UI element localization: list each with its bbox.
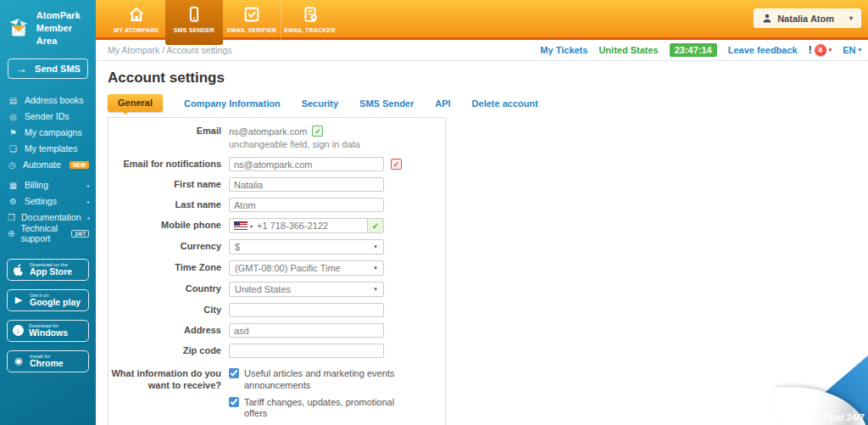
- gear-icon: ⚙: [8, 197, 19, 206]
- currency-select[interactable]: $ ▼: [229, 239, 384, 254]
- tab-company-information[interactable]: Company Information: [184, 98, 281, 109]
- select-arrow-icon: ▼: [373, 287, 378, 292]
- sidebar-item-my-campaigns[interactable]: ⚑ My campaigns: [0, 125, 96, 141]
- sidebar-item-label: Documentation: [21, 212, 81, 222]
- chrome-icon: ◉: [13, 355, 25, 366]
- email-note: unchangeable field, sign in data: [229, 139, 360, 149]
- user-menu-button[interactable]: Natalia Atom ▾: [754, 8, 861, 28]
- chrome-badge[interactable]: ◉ Install for Chrome: [7, 350, 89, 372]
- chat-corner[interactable]: Chat 24/7: [787, 355, 868, 425]
- product-header: MY ATOMPARK SMS SENDER EMAIL VERIFIER: [96, 0, 868, 40]
- first-name-input[interactable]: [229, 177, 384, 192]
- tab-email-tracker[interactable]: EMAIL TRACKER: [281, 0, 338, 42]
- arrow-right-icon: →: [15, 63, 27, 75]
- tab-security[interactable]: Security: [302, 98, 338, 109]
- field-label: Mobile phone: [108, 220, 229, 232]
- tariff-changes-checkbox[interactable]: [229, 397, 239, 407]
- verified-check-icon: ✓: [312, 126, 323, 137]
- email-value: ns@atompark.com: [229, 126, 307, 137]
- timezone-row: Time Zone (GMT-08:00) Pacific Time ▼: [108, 260, 445, 276]
- main-area: MY ATOMPARK SMS SENDER EMAIL VERIFIER: [96, 0, 868, 425]
- tab-general[interactable]: General: [108, 94, 163, 112]
- timezone-value: (GMT-08:00) Pacific Time: [235, 263, 341, 273]
- utility-links: My Tickets United States 23:47:14 Leave …: [540, 43, 861, 57]
- country-row: Country United States ▼: [108, 282, 445, 297]
- breadcrumb-separator: /: [162, 45, 164, 55]
- exclamation-icon: !: [809, 44, 812, 56]
- leave-feedback-link[interactable]: Leave feedback: [728, 45, 798, 55]
- currency-row: Currency $ ▼: [108, 239, 445, 254]
- sidebar-item-label: Technical support: [20, 223, 63, 243]
- windows-badge[interactable]: ↓ Download for Windows: [7, 320, 89, 342]
- chevron-down-icon: ▾: [849, 14, 853, 22]
- field-label: Email for notifications: [108, 159, 229, 171]
- field-label: Country: [108, 283, 229, 295]
- notifications-email-input[interactable]: [229, 157, 384, 171]
- receive-info-label: What information do you want to receive?: [108, 368, 229, 392]
- email-row: Email ns@atompark.com ✓ unchangeable fie…: [108, 126, 445, 149]
- breadcrumb-my-atompark[interactable]: My Atompark: [108, 45, 159, 55]
- address-input[interactable]: [229, 323, 384, 338]
- windows-download-icon: ↓: [13, 325, 24, 336]
- useful-articles-checkbox[interactable]: [229, 368, 239, 378]
- country-select[interactable]: United States ▼: [229, 282, 384, 297]
- breadcrumb-account-settings: Account settings: [166, 45, 231, 55]
- zip-code-input[interactable]: [229, 344, 384, 358]
- tab-delete-account[interactable]: Delete account: [472, 98, 538, 109]
- field-label: Currency: [108, 241, 229, 253]
- atompark-bird-logo-icon: [7, 17, 31, 39]
- timezone-select[interactable]: (GMT-08:00) Pacific Time ▼: [229, 260, 384, 276]
- sidebar-item-technical-support[interactable]: ⊕ Technical support 24/7: [0, 226, 96, 242]
- badge-store-name: App Store: [30, 267, 72, 277]
- sidebar-item-label: Automate: [23, 159, 61, 170]
- tab-email-verifier[interactable]: EMAIL VERIFIER: [223, 0, 281, 42]
- field-label: First name: [108, 179, 229, 191]
- city-row: City: [108, 303, 445, 317]
- country-link[interactable]: United States: [598, 45, 658, 55]
- notifications-button[interactable]: ! 4 ▾: [809, 44, 832, 56]
- app-store-badge[interactable]: Download on the App Store: [7, 259, 89, 281]
- us-flag-icon: [234, 221, 248, 230]
- tab-my-atompark[interactable]: MY ATOMPARK: [108, 0, 165, 42]
- language-selector[interactable]: EN ▾: [843, 45, 861, 55]
- sidebar-item-billing[interactable]: ▦ Billing ◂: [0, 177, 96, 193]
- select-arrow-icon: ▼: [373, 244, 378, 249]
- last-name-input[interactable]: [229, 198, 384, 212]
- chevron-down-icon: ▾: [858, 47, 861, 53]
- sidebar-item-settings[interactable]: ⚙ Settings ◂: [0, 193, 96, 210]
- sidebar-item-label: Billing: [25, 180, 48, 190]
- sidebar-item-label: Settings: [25, 196, 57, 206]
- tab-sms-sender-settings[interactable]: SMS Sender: [359, 98, 414, 109]
- sidebar-item-sender-ids[interactable]: ◎ Sender IDs: [0, 109, 96, 125]
- option-tariff-changes[interactable]: Tariff changes, updates, promotional off…: [229, 397, 411, 421]
- mobile-phone-input[interactable]: ▾ +1 718-366-2122 ✓: [229, 218, 384, 233]
- chevron-down-icon: ▾: [250, 223, 253, 229]
- tab-sms-sender[interactable]: SMS SENDER: [165, 0, 223, 45]
- sidebar-item-automate[interactable]: ◷ Automate NEW: [0, 157, 96, 173]
- chat-label: Chat 24/7: [823, 412, 865, 422]
- option-label: Tariff changes, updates, promotional off…: [244, 397, 411, 421]
- tab-api[interactable]: API: [435, 98, 450, 109]
- field-label: Time Zone: [108, 262, 229, 274]
- play-icon: ▶: [13, 294, 25, 305]
- field-label: Address: [108, 325, 229, 337]
- page-title: Account settings: [108, 70, 868, 87]
- option-useful-articles[interactable]: Useful articles and marketing events ann…: [229, 368, 411, 392]
- send-sms-label: Send SMS: [35, 64, 81, 74]
- google-play-badge[interactable]: ▶ Get it on Google play: [7, 289, 89, 311]
- address-row: Address: [108, 323, 445, 338]
- chevron-down-icon: ▾: [829, 47, 832, 53]
- send-sms-button[interactable]: → Send SMS: [8, 59, 88, 79]
- phone-verified-button[interactable]: ✓: [367, 219, 383, 232]
- sidebar-item-my-templates[interactable]: ❏ My templates: [0, 141, 96, 157]
- my-tickets-link[interactable]: My Tickets: [540, 45, 587, 55]
- brand-line2: Member Area: [36, 22, 91, 48]
- email-label: Email: [108, 126, 229, 137]
- city-input[interactable]: [229, 303, 384, 317]
- user-name: Natalia Atom: [777, 14, 834, 24]
- sidebar-item-address-books[interactable]: ▤ Address books: [0, 92, 96, 109]
- sidebar-item-label: My campaigns: [25, 127, 82, 137]
- support-icon: ⊕: [8, 229, 14, 238]
- general-settings-form: Email ns@atompark.com ✓ unchangeable fie…: [108, 117, 446, 425]
- expand-caret-icon: ◂: [86, 199, 89, 204]
